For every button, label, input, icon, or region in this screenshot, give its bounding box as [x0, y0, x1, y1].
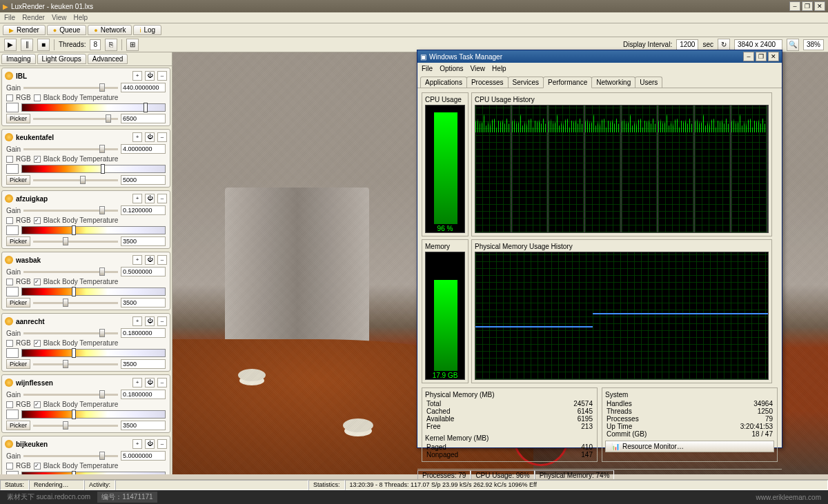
power-icon[interactable]: ⏻ [145, 71, 155, 81]
temperature-slider[interactable] [21, 165, 166, 173]
color-swatch[interactable] [6, 103, 19, 112]
tab-imaging[interactable]: Imaging [1, 54, 36, 64]
color-swatch[interactable] [6, 164, 19, 174]
picker-button[interactable]: Picker [6, 298, 30, 308]
tab-network[interactable]: ●Network [88, 25, 132, 35]
temp-value[interactable]: 3500 [121, 298, 166, 308]
gain-slider[interactable] [23, 394, 118, 396]
plus-icon[interactable]: + [132, 194, 142, 203]
picker-button[interactable]: Picker [6, 114, 30, 123]
bbt-checkbox[interactable]: ✓ [34, 401, 41, 408]
gain-value[interactable]: 5.0000000 [121, 451, 166, 461]
power-icon[interactable]: ⏻ [145, 378, 155, 387]
plus-icon[interactable]: + [132, 132, 142, 142]
zoom-icon[interactable]: 🔍 [787, 39, 799, 51]
plus-icon[interactable]: + [132, 378, 142, 387]
collapse-icon[interactable]: – [157, 316, 167, 326]
plus-icon[interactable]: + [132, 71, 142, 81]
tm-tab-networking[interactable]: Networking [591, 77, 635, 88]
gain-slider[interactable] [23, 148, 118, 150]
plus-icon[interactable]: + [132, 255, 142, 265]
bbt-checkbox[interactable] [34, 94, 41, 101]
picker-button[interactable]: Picker [6, 236, 30, 246]
collapse-icon[interactable]: – [157, 439, 167, 449]
gain-slider[interactable] [23, 332, 118, 334]
bbt-checkbox[interactable]: ✓ [34, 463, 41, 470]
pause-button[interactable]: ‖ [21, 39, 33, 51]
threads-input[interactable]: 8 [90, 39, 101, 50]
temp-slider[interactable] [33, 302, 118, 304]
temperature-slider[interactable] [21, 472, 166, 474]
temp-slider[interactable] [33, 118, 118, 120]
color-swatch[interactable] [6, 410, 19, 419]
color-swatch[interactable] [6, 348, 19, 358]
gain-slider[interactable] [23, 455, 118, 457]
temp-value[interactable]: 3500 [121, 421, 166, 430]
play-button[interactable]: ▶ [4, 39, 17, 51]
tm-title-bar[interactable]: ▣ Windows Task Manager – ❐ ✕ [417, 50, 782, 63]
power-icon[interactable]: ⏻ [145, 316, 155, 326]
gain-value[interactable]: 4.0000000 [121, 144, 166, 154]
menu-render[interactable]: Render [22, 14, 45, 21]
tm-tab-services[interactable]: Services [508, 77, 544, 88]
power-icon[interactable]: ⏻ [145, 194, 155, 203]
gain-slider[interactable] [23, 210, 118, 212]
collapse-icon[interactable]: – [157, 194, 167, 203]
tm-tab-processes[interactable]: Processes [466, 77, 509, 88]
power-icon[interactable]: ⏻ [145, 132, 155, 142]
rgb-checkbox[interactable] [6, 279, 13, 285]
temp-value[interactable]: 5000 [121, 175, 166, 185]
collapse-icon[interactable]: – [157, 132, 167, 142]
plus-icon[interactable]: + [132, 316, 142, 326]
temp-slider[interactable] [33, 363, 118, 365]
rgb-checkbox[interactable] [6, 156, 13, 163]
resource-monitor-button[interactable]: 📊 Resource Monitor… [605, 441, 774, 452]
tab-queue[interactable]: ●Queue [47, 25, 86, 35]
temp-value[interactable]: 6500 [121, 114, 166, 123]
temperature-slider[interactable] [21, 349, 166, 357]
menu-file[interactable]: File [4, 14, 15, 21]
gain-value[interactable]: 440.0000000 [121, 83, 166, 92]
collapse-icon[interactable]: – [157, 255, 167, 265]
minimize-button[interactable]: – [789, 1, 800, 11]
temperature-slider[interactable] [21, 226, 166, 234]
tab-light-groups[interactable]: Light Groups [37, 54, 86, 64]
gain-value[interactable]: 0.1800000 [121, 390, 166, 399]
temperature-slider[interactable] [21, 288, 166, 296]
tab-log[interactable]: iLog [133, 25, 161, 35]
gain-value[interactable]: 0.1800000 [121, 328, 166, 338]
rgb-checkbox[interactable] [6, 340, 13, 347]
copy-button[interactable]: ⎘ [105, 39, 117, 51]
temp-value[interactable]: 3500 [121, 236, 166, 246]
collapse-icon[interactable]: – [157, 378, 167, 387]
tab-advanced[interactable]: Advanced [88, 54, 128, 64]
tm-close-button[interactable]: ✕ [768, 52, 779, 61]
power-icon[interactable]: ⏻ [145, 255, 155, 265]
stop-button[interactable]: ■ [37, 39, 50, 51]
tm-tab-users[interactable]: Users [635, 77, 662, 88]
refresh-button[interactable]: ↻ [718, 39, 730, 51]
temp-value[interactable]: 3500 [121, 359, 166, 369]
picker-button[interactable]: Picker [6, 359, 30, 369]
gain-value[interactable]: 0.5000000 [121, 267, 166, 276]
gain-value[interactable]: 0.1200000 [121, 205, 166, 215]
rgb-checkbox[interactable] [6, 401, 13, 408]
tm-maximize-button[interactable]: ❐ [756, 52, 767, 61]
temp-slider[interactable] [33, 179, 118, 181]
tm-menu-options[interactable]: Options [440, 65, 463, 72]
tm-tab-performance[interactable]: Performance [543, 77, 592, 88]
rgb-checkbox[interactable] [6, 94, 13, 101]
lights-list[interactable]: IBL + ⏻ – Gain 440.0000000 RGB Black Bod… [0, 66, 172, 474]
plus-icon[interactable]: + [132, 439, 142, 449]
bbt-checkbox[interactable]: ✓ [34, 156, 41, 163]
gain-slider[interactable] [23, 271, 118, 273]
color-swatch[interactable] [6, 471, 19, 474]
temperature-slider[interactable] [21, 103, 166, 112]
rgb-checkbox[interactable] [6, 217, 13, 224]
extra-button[interactable]: ⊞ [126, 39, 139, 51]
temp-slider[interactable] [33, 241, 118, 243]
menu-view[interactable]: View [52, 14, 67, 21]
collapse-icon[interactable]: – [157, 71, 167, 81]
maximize-button[interactable]: ❐ [802, 1, 813, 11]
tm-minimize-button[interactable]: – [743, 52, 754, 61]
